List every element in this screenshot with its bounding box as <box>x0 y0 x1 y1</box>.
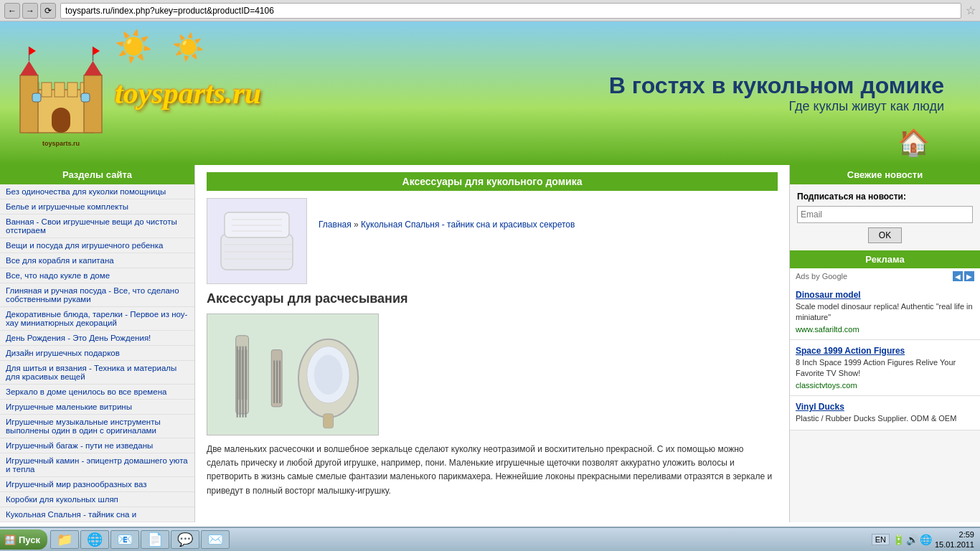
product-description: Две маленьких расчесочки и волшебное зер… <box>207 443 778 498</box>
site-header: toysparts.ru toysparts.ru ☀️ В гостях в … <box>0 22 980 165</box>
news-section: Подписаться на новости: OK <box>790 184 980 250</box>
ads-navigation: ◀ ▶ <box>953 271 974 281</box>
sidebar-item-11[interactable]: Зеркало в доме ценилось во все времена <box>0 385 194 400</box>
svg-rect-12 <box>81 93 90 102</box>
sidebar-item-14[interactable]: Игрушечный багаж - пути не изведаны <box>0 438 194 453</box>
bookmark-star-icon[interactable]: ☆ <box>966 4 976 17</box>
svg-rect-10 <box>52 108 70 133</box>
ad-item-2: Vinyl Ducks Plastic / Rubber Ducks Suppl… <box>790 396 980 430</box>
email-input[interactable] <box>797 206 973 223</box>
sidebar-item-12[interactable]: Игрушечные маленькие витрины <box>0 400 194 415</box>
sidebar-item-3[interactable]: Вещи и посуда для игрушечного ребенка <box>0 238 194 253</box>
product-top: Главная » Кукольная Спальня - тайник сна… <box>207 198 778 284</box>
sidebar-item-17[interactable]: Коробки для кукольных шляп <box>0 492 194 507</box>
news-title: Свежие новости <box>790 165 980 184</box>
sidebar: Разделы сайта Без одиночества для куколк… <box>0 165 195 522</box>
svg-rect-2 <box>42 83 52 97</box>
sidebar-item-5[interactable]: Все, что надо кукле в доме <box>0 268 194 283</box>
center-content: Аксессуары для кукольного домика <box>195 165 790 522</box>
ads-by-text: Ads by Google <box>796 272 847 281</box>
tagline-main: В гостях в кукольном домике <box>609 72 944 99</box>
castle-icon: toysparts.ru <box>14 39 108 147</box>
sidebar-item-16[interactable]: Игрушечный мир разнообразных ваз <box>0 477 194 492</box>
svg-marker-8 <box>20 61 38 75</box>
svg-text:toysparts.ru: toysparts.ru <box>42 140 80 147</box>
ad-item-0: Dinosaur model Scale model dinosaur repl… <box>790 284 980 340</box>
svg-marker-9 <box>84 61 102 75</box>
sidebar-item-8[interactable]: День Рождения - Это День Рождения! <box>0 331 194 346</box>
header-tagline: В гостях в кукольном домике Где куклы жи… <box>609 72 966 114</box>
sidebar-title: Разделы сайта <box>0 165 194 184</box>
sidebar-item-7[interactable]: Декоративные блюда, тарелки - Первое из … <box>0 307 194 331</box>
svg-rect-6 <box>20 75 38 133</box>
svg-rect-7 <box>84 75 102 133</box>
product-secondary-image <box>207 314 379 435</box>
logo-main-text: toysparts.ru <box>115 76 261 110</box>
product-image-combs-svg <box>207 314 378 435</box>
svg-marker-14 <box>29 47 37 55</box>
logo-area: toysparts.ru toysparts.ru ☀️ <box>14 39 261 147</box>
svg-rect-11 <box>32 93 41 102</box>
ad-2-title[interactable]: Vinyl Ducks <box>796 402 974 412</box>
product-main-image <box>207 198 307 284</box>
breadcrumb: Главная » Кукольная Спальня - тайник сна… <box>319 198 575 230</box>
main-layout: Разделы сайта Без одиночества для куколк… <box>0 165 980 522</box>
ad-1-desc: 8 Inch Space 1999 Action Figures Relive … <box>796 357 974 380</box>
svg-marker-16 <box>93 47 100 55</box>
sidebar-item-0[interactable]: Без одиночества для куколки помощницы <box>0 184 194 199</box>
sidebar-item-4[interactable]: Все для корабля и капитана <box>0 253 194 268</box>
browser-chrome: ← → ⟳ ☆ <box>0 0 980 22</box>
right-sidebar: Свежие новости Подписаться на новости: O… <box>790 165 980 522</box>
ads-prev-button[interactable]: ◀ <box>953 271 963 281</box>
sun-icon: ☀️ <box>172 32 204 62</box>
forward-button[interactable]: → <box>22 3 38 19</box>
ad-1-url[interactable]: classictvtoys.com <box>796 381 974 390</box>
sidebar-item-9[interactable]: Дизайн игрушечных подарков <box>0 346 194 361</box>
refresh-button[interactable]: ⟳ <box>40 3 56 19</box>
product-image-svg <box>214 205 300 277</box>
center-top-bar: Аксессуары для кукольного домика <box>207 172 778 191</box>
logo-text: toysparts.ru ☀️ <box>115 76 261 110</box>
svg-point-42 <box>314 354 343 395</box>
back-button[interactable]: ← <box>4 3 20 19</box>
ad-0-title[interactable]: Dinosaur model <box>796 290 974 300</box>
tagline-sub: Где куклы живут как люди <box>609 99 944 114</box>
windmill-icon: 🏠 <box>897 128 930 158</box>
breadcrumb-separator: » <box>354 220 361 230</box>
sidebar-item-10[interactable]: Для шитья и вязания - Техника и материал… <box>0 361 194 385</box>
ads-next-button[interactable]: ▶ <box>964 271 974 281</box>
ad-item-1: Space 1999 Action Figures 8 Inch Space 1… <box>790 340 980 396</box>
breadcrumb-area: Главная » Кукольная Спальня - тайник сна… <box>319 198 575 284</box>
sidebar-item-13[interactable]: Игрушечные музыкальные инструменты выпол… <box>0 415 194 438</box>
svg-rect-41 <box>324 414 334 428</box>
ad-0-desc: Scale model dinosaur replica! Authentic … <box>796 301 974 324</box>
subscribe-label: Подписаться на новости: <box>797 192 973 202</box>
breadcrumb-home-link[interactable]: Главная <box>319 220 352 230</box>
ad-1-title[interactable]: Space 1999 Action Figures <box>796 346 974 356</box>
ok-button[interactable]: OK <box>868 227 902 243</box>
breadcrumb-page-link[interactable]: Кукольная Спальня - тайник сна и красивы… <box>361 220 575 230</box>
sidebar-item-2[interactable]: Ванная - Свои игрушечные вещи до чистоты… <box>0 215 194 238</box>
sidebar-item-18[interactable]: Кукольная Спальня - тайник сна и <box>0 507 194 522</box>
ad-0-url[interactable]: www.safariltd.com <box>796 325 974 334</box>
ads-title: Реклама <box>790 250 980 268</box>
sidebar-item-15[interactable]: Игрушечный камин - эпицентр домашнего ую… <box>0 453 194 477</box>
birds-icon: ✓ ✓ <box>801 86 822 95</box>
ads-by-google: Ads by Google ◀ ▶ <box>790 268 980 284</box>
address-bar[interactable] <box>60 3 961 19</box>
svg-rect-4 <box>67 83 77 97</box>
nav-buttons: ← → ⟳ <box>4 3 56 19</box>
svg-rect-3 <box>55 83 65 97</box>
sidebar-item-6[interactable]: Глиняная и ручная посуда - Все, что сдел… <box>0 283 194 307</box>
sidebar-item-1[interactable]: Белье и игрушечные комплекты <box>0 199 194 215</box>
ad-2-desc: Plastic / Rubber Ducks Supplier. ODM & O… <box>796 413 974 424</box>
product-title: Аксессуары для расчесывания <box>207 291 778 306</box>
